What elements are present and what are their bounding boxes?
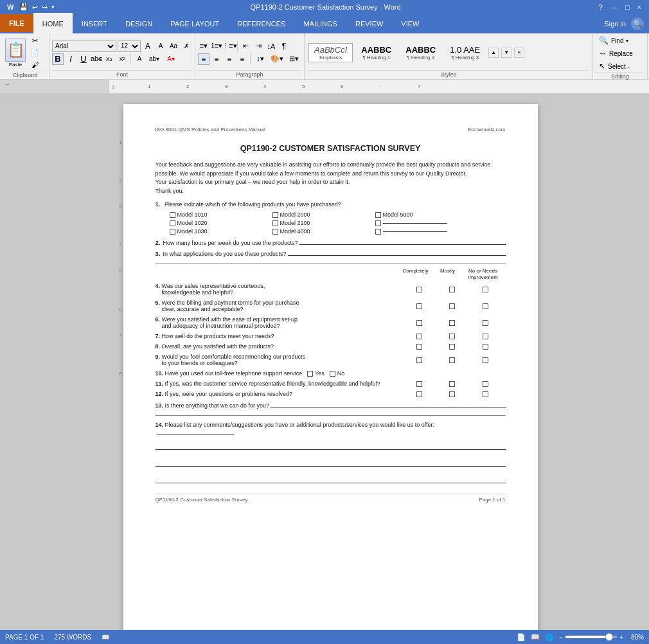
restore-btn[interactable]: □ — [623, 3, 632, 11]
bullets-button[interactable]: ≡▾ — [198, 40, 209, 52]
align-center-button[interactable]: ≡ — [211, 53, 222, 65]
text-highlight-button[interactable]: ab▾ — [147, 53, 162, 65]
replace-button[interactable]: ↔ Replace — [596, 48, 645, 59]
question-10: 10. Have you used our toll-free telephon… — [156, 370, 506, 377]
status-bar: PAGE 1 OF 1 275 WORDS 📖 📄 📖 🌐 − + 80% — [0, 630, 649, 644]
question-13: 13. Is there anything that we can do for… — [156, 401, 506, 409]
q2-text: How many hours per week do you use the p… — [163, 240, 298, 246]
page-count[interactable]: PAGE 1 OF 1 — [5, 634, 44, 641]
document-view-print[interactable]: 📄 — [517, 633, 526, 641]
numbering-button[interactable]: 1≡▾ — [211, 40, 222, 52]
minimize-btn[interactable]: — — [608, 3, 620, 11]
quick-access-undo[interactable]: ↩ — [32, 3, 38, 12]
cut-button[interactable]: ✂ — [28, 35, 41, 46]
ruler-corner[interactable]: ⌐ — [6, 81, 10, 87]
tab-file[interactable]: FILE — [0, 14, 33, 32]
tab-page-layout[interactable]: PAGE LAYOUT — [161, 14, 228, 33]
styles-scroll-down[interactable]: ▼ — [501, 48, 511, 58]
align-right-button[interactable]: ≡ — [224, 53, 235, 65]
align-left-button[interactable]: ≡ — [198, 53, 209, 65]
font-size-select[interactable]: 12 — [118, 40, 141, 52]
quick-access-save[interactable]: 💾 — [19, 3, 28, 12]
font-label: Font — [52, 70, 192, 78]
q8-cb3 — [483, 344, 488, 350]
format-painter-button[interactable]: 🖌 — [28, 59, 41, 71]
q5-cb3 — [483, 303, 488, 309]
paragraph-label: Paragraph — [198, 70, 301, 78]
q6-cb1 — [416, 320, 422, 326]
replace-label: Replace — [609, 50, 633, 57]
change-case-button[interactable]: Aa — [168, 40, 179, 52]
zoom-out-button[interactable]: − — [559, 634, 563, 641]
cb-model5000: Model 5000 — [375, 211, 478, 218]
q3-text: In what applications do you use these pr… — [163, 251, 286, 257]
close-btn[interactable]: × — [635, 3, 644, 11]
question-14: 14. Please list any comments/suggestions… — [156, 421, 506, 436]
multilevel-list-button[interactable]: ⋮≡▾ — [224, 40, 235, 52]
bold-button[interactable]: B — [52, 53, 64, 65]
header-left: ISO 9001 QMS Policies and Procedures Man… — [156, 127, 265, 132]
clear-formatting-button[interactable]: ✗ — [181, 40, 192, 52]
zoom-slider[interactable] — [565, 636, 617, 638]
select-button[interactable]: ↖ Select - — [596, 60, 645, 72]
tab-insert[interactable]: INSERT — [73, 14, 116, 33]
cb-model1030: Model 1030 — [170, 228, 272, 235]
borders-button[interactable]: ⊞▾ — [286, 53, 301, 65]
zoom-level[interactable]: 80% — [626, 634, 644, 641]
customize-quick-access[interactable]: ▾ — [51, 4, 55, 10]
shrink-font-button[interactable]: A — [155, 40, 166, 52]
document-view-web[interactable]: 🌐 — [545, 633, 554, 641]
style-heading2[interactable]: AABBC ¶ Heading 2 — [400, 43, 441, 62]
styles-scroll-up[interactable]: ▲ — [488, 48, 499, 58]
tab-view[interactable]: VIEW — [392, 14, 428, 33]
font-group: Arial 12 A A Aa ✗ B I U abc̶ X₂ X² A ab▾ — [49, 33, 195, 79]
paragraph-group: ≡▾ 1≡▾ ⋮≡▾ ⇤ ⇥ ↕A ¶ ≡ ≡ ≡ ≡ ↕▾ 🎨▾ ⊞▾ Par… — [195, 33, 305, 79]
copy-button[interactable]: 📄 — [28, 47, 41, 58]
styles-label: Styles — [308, 70, 589, 78]
tab-design[interactable]: DESIGN — [116, 14, 161, 33]
increase-indent-button[interactable]: ⇥ — [253, 40, 264, 52]
word-count[interactable]: 275 WORDS — [54, 634, 91, 641]
italic-button[interactable]: I — [65, 53, 76, 65]
font-color-button[interactable]: A▾ — [163, 53, 179, 65]
font-name-select[interactable]: Arial — [52, 40, 116, 52]
shading-button[interactable]: 🎨▾ — [269, 53, 285, 65]
justify-button[interactable]: ≡ — [236, 53, 248, 65]
tab-home[interactable]: HOME — [33, 13, 73, 33]
rating-row-5: 5. Were the billing and payment terms fo… — [156, 300, 506, 312]
question-12: 12. If yes, were your questions or probl… — [156, 391, 506, 397]
underline-button[interactable]: U — [78, 53, 89, 65]
paste-button[interactable]: 📋 Paste — [4, 37, 27, 69]
q5-cb1 — [416, 303, 422, 309]
tab-references[interactable]: REFERENCES — [228, 14, 294, 33]
q6-cb2 — [449, 320, 455, 326]
text-effects-button[interactable]: A — [134, 53, 145, 65]
quick-access-redo[interactable]: ↪ — [42, 3, 48, 12]
grow-font-button[interactable]: A — [142, 40, 154, 52]
show-formatting-button[interactable]: ¶ — [278, 40, 290, 52]
tab-mailings[interactable]: MAILINGS — [294, 14, 346, 33]
help-btn[interactable]: ? — [596, 3, 605, 11]
style-heading1[interactable]: AABBC ¶ Heading 1 — [355, 43, 397, 62]
sort-button[interactable]: ↕A — [265, 40, 277, 52]
subscript-button[interactable]: X₂ — [103, 53, 115, 65]
style-emphasis[interactable]: AaBbCcI Emphasis — [308, 43, 353, 62]
proofing-icon[interactable]: 📖 — [102, 634, 109, 641]
styles-more[interactable]: ≡ — [514, 48, 524, 58]
style-heading3[interactable]: 1.0 AAE ¶ Heading 3 — [444, 43, 486, 62]
zoom-in-button[interactable]: + — [619, 634, 623, 641]
q6-cb3 — [483, 320, 488, 326]
find-button[interactable]: 🔍 Find ▾ — [596, 35, 645, 46]
superscript-button[interactable]: X² — [116, 53, 128, 65]
document-view-read[interactable]: 📖 — [531, 633, 540, 641]
line-spacing-button[interactable]: ↕▾ — [253, 53, 268, 65]
decrease-indent-button[interactable]: ⇤ — [240, 40, 251, 52]
search-icon[interactable]: 🔍 — [631, 17, 644, 30]
rating-row-7: 7. How well do the products meet your ne… — [156, 333, 506, 339]
question-2: 2. How many hours per week do you use th… — [156, 238, 506, 246]
sign-in[interactable]: Sign in — [604, 20, 626, 28]
rating-headers: Completely Mostly No or NeedsImprovement — [156, 268, 506, 280]
replace-icon: ↔ — [599, 49, 607, 58]
tab-review[interactable]: REVIEW — [346, 14, 392, 33]
strikethrough-button[interactable]: abc̶ — [91, 53, 102, 65]
